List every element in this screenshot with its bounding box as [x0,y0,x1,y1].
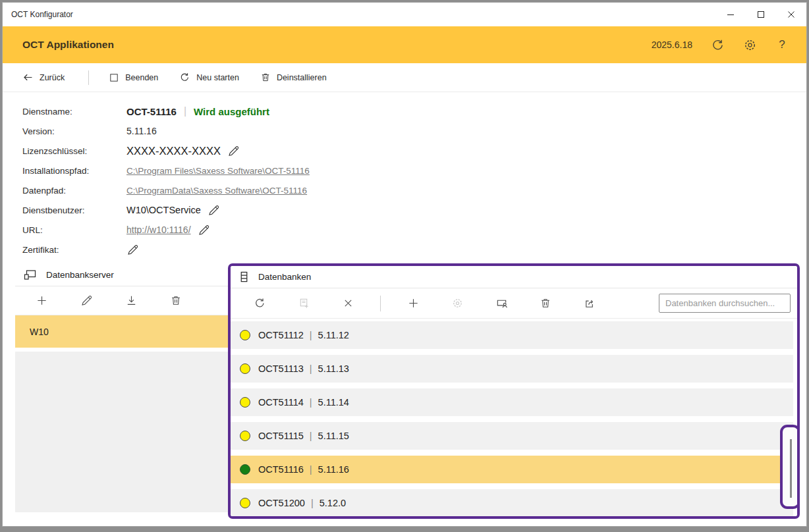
detail-row-zertifikat: Zertifikat: [22,240,806,259]
maximize-button[interactable] [746,3,776,26]
import-server-button[interactable] [119,290,143,311]
service-url-link[interactable]: http://w10:1116/ [126,225,191,235]
version-value: 5.11.16 [126,126,157,136]
database-list: OCT51112|5.11.12OCT51113|5.11.13OCT51114… [231,319,797,516]
database-version: 5.11.14 [318,397,349,408]
database-separator: | [310,330,312,340]
field-label: Datenpfad: [22,186,126,196]
share-export-button[interactable] [578,293,601,314]
window-title: OCT Konfigurator [3,10,715,19]
edit-license-pencil-icon[interactable] [227,145,240,157]
database-separator: | [310,397,312,408]
service-details: Dienstname: OCT-51116 | Wird ausgeführt … [3,92,806,259]
install-path-link[interactable]: C:\Program Files\Saxess Software\OCT-511… [126,166,310,176]
server-list-item[interactable]: W10 [15,315,228,348]
database-list-item[interactable]: OCT51113|5.11.13 [231,355,793,383]
detail-row-datenpfad: Datenpfad: C:\ProgramData\Saxess Softwar… [22,180,806,200]
database-version: 5.11.12 [318,330,349,340]
server-panel-title: Datenbankserver [46,270,114,280]
database-search-input[interactable] [659,294,791,313]
back-button[interactable]: Zurück [22,72,65,83]
stop-service-button[interactable]: Beenden [109,72,158,83]
search-wrap [659,294,791,313]
field-label: Installationspfad: [22,166,126,176]
status-dot-yellow [240,363,250,374]
devices-icon [23,269,38,281]
database-version: 5.11.15 [318,431,349,441]
manage-access-button[interactable] [489,293,513,314]
uninstall-label: Deinstallieren [277,73,327,82]
status-dot-yellow [240,397,250,408]
service-status-badge: Wird ausgeführt [194,106,269,117]
database-separator: | [310,431,312,441]
server-panel-header: Datenbankserver [15,264,228,286]
delete-server-button[interactable] [164,290,188,311]
status-dot-yellow [240,330,250,340]
detail-row-dienstname: Dienstname: OCT-51116 | Wird ausgeführt [22,101,806,121]
new-from-template-button[interactable] [292,293,316,314]
refresh-databases-button[interactable] [248,293,271,314]
database-separator: | [311,498,314,508]
back-label: Zurück [40,73,65,82]
database-separator: | [310,464,312,475]
database-version: 5.11.16 [318,464,349,475]
database-name: OCT51112 [258,330,304,340]
server-list-empty-area [15,352,228,512]
databases-toolbar-separator [380,296,381,311]
field-label: Lizenzschlüssel: [22,146,126,156]
service-name-value: OCT-51116 [126,106,177,117]
action-toolbar: Zurück Beenden Neu starten Deinstalliere… [3,63,806,92]
database-list-item[interactable]: OCT51115|5.11.15 [231,422,793,450]
close-button[interactable] [776,3,806,26]
database-list-item[interactable]: OCT51114|5.11.14 [231,388,793,416]
add-database-button[interactable] [401,293,425,314]
databases-toolbar [231,288,797,319]
status-dot-yellow [240,431,250,441]
database-name: OCT51115 [258,431,304,441]
database-settings-button[interactable] [445,293,469,314]
service-user-value: W10\OCTService [126,205,201,215]
detail-row-lizenzschluessel: Lizenzschlüssel: XXXX-XXXX-XXXX [22,141,806,161]
minimize-button[interactable] [715,3,746,26]
database-separator: | [310,363,312,374]
refresh-icon[interactable] [710,38,725,52]
page-title: OCT Applikationen [22,39,652,51]
app-header: OCT Applikationen 2025.6.18 ? [3,26,806,63]
database-list-item[interactable]: OCT51116|5.11.16 [231,456,793,483]
detail-row-dienstbenutzer: Dienstbenutzer: W10\OCTService [22,200,806,220]
databases-panel-title: Datenbanken [258,272,311,282]
databases-panel: Datenbanken [228,263,800,519]
database-name: OCT51114 [258,397,304,408]
server-name: W10 [30,327,49,337]
status-dot-yellow [240,498,250,508]
database-name: OCT51116 [258,464,304,475]
database-server-panel: Datenbankserver [15,264,228,515]
scrollbar-thumb[interactable] [790,439,792,498]
detail-row-installationspfad: Installationspfad: C:\Program Files\Saxe… [22,161,806,180]
help-icon[interactable]: ? [775,38,789,52]
edit-user-pencil-icon[interactable] [208,204,220,217]
scrollbar-focus-outline [780,425,800,509]
data-path-link[interactable]: C:\ProgramData\Saxess Software\OCT-51116 [126,186,307,196]
uninstall-button[interactable]: Deinstallieren [260,72,327,83]
database-version: 5.11.13 [318,363,349,374]
edit-server-button[interactable] [74,290,98,311]
gear-icon[interactable] [742,38,757,52]
status-separator: | [184,105,186,117]
database-list-item[interactable]: OCT51200|5.12.0 [231,489,793,517]
restart-service-button[interactable]: Neu starten [179,72,239,83]
edit-certificate-pencil-icon[interactable] [126,244,139,256]
field-label: Dienstbenutzer: [22,205,126,215]
main-area: Dienstname: OCT-51116 | Wird ausgeführt … [3,92,806,527]
detail-row-version: Version: 5.11.16 [22,121,806,141]
detach-database-button[interactable] [336,293,360,314]
database-icon [238,271,250,283]
databases-panel-header: Datenbanken [231,266,797,288]
database-list-item[interactable]: OCT51112|5.11.12 [231,321,793,349]
delete-database-button[interactable] [534,293,557,314]
edit-url-pencil-icon[interactable] [198,224,210,236]
version-date: 2025.6.18 [652,40,692,50]
title-bar: OCT Konfigurator [3,3,806,26]
field-label: Zertifikat: [22,245,126,255]
add-server-button[interactable] [30,290,53,311]
